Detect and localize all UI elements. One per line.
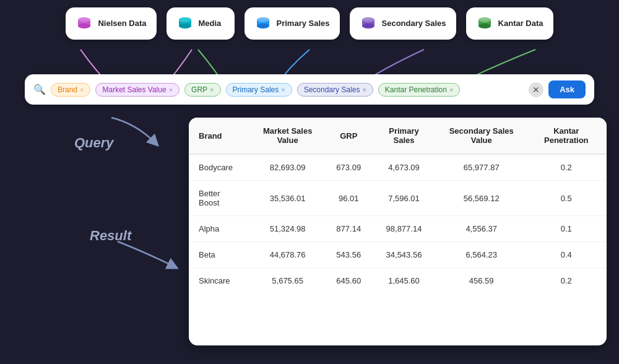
svg-point-11 bbox=[257, 17, 269, 22]
ask-button[interactable]: Ask bbox=[548, 80, 586, 98]
clear-search-button[interactable]: ✕ bbox=[529, 82, 543, 97]
table-cell: 35,536.01 bbox=[249, 181, 326, 216]
svg-point-15 bbox=[362, 17, 374, 22]
secondary-sales-icon bbox=[360, 15, 377, 32]
secondary-sales-label: Secondary Sales bbox=[382, 19, 446, 28]
svg-point-2 bbox=[78, 24, 90, 28]
tag-kantar-remove[interactable]: × bbox=[449, 86, 453, 93]
svg-point-7 bbox=[179, 17, 191, 22]
svg-point-3 bbox=[78, 17, 90, 22]
table-cell: 543.56 bbox=[326, 242, 371, 268]
tag-primary-sales[interactable]: Primary Sales × bbox=[226, 83, 292, 97]
datasource-cards: Nielsen Data Media Primary Sales Seconda… bbox=[0, 7, 619, 40]
table-cell: Better Boost bbox=[189, 181, 249, 216]
primary-sales-icon bbox=[254, 15, 272, 32]
tag-primary-remove[interactable]: × bbox=[281, 86, 285, 93]
tag-grp-remove[interactable]: × bbox=[210, 86, 214, 93]
table-cell: 44,678.76 bbox=[249, 242, 326, 268]
col-brand: Brand bbox=[189, 118, 249, 154]
nielsen-icon bbox=[76, 15, 93, 32]
svg-point-18 bbox=[478, 24, 491, 28]
table-row: Better Boost35,536.0196.017,596.0156,569… bbox=[189, 181, 607, 216]
table-cell: 0.1 bbox=[526, 216, 607, 242]
tag-secondary-sales[interactable]: Secondary Sales × bbox=[297, 83, 373, 97]
table-cell: 82,693.09 bbox=[249, 154, 326, 181]
table-cell: 673.09 bbox=[326, 154, 371, 181]
ds-card-primary[interactable]: Primary Sales bbox=[245, 7, 340, 40]
table-cell: 0.5 bbox=[526, 181, 607, 216]
primary-sales-label: Primary Sales bbox=[277, 19, 330, 28]
table-cell: 7,596.01 bbox=[371, 181, 437, 216]
table-cell: 34,543.56 bbox=[371, 242, 437, 268]
ds-card-media[interactable]: Media bbox=[167, 7, 235, 40]
table-cell: Bodycare bbox=[189, 154, 249, 181]
table-cell: 645.60 bbox=[326, 268, 371, 294]
table-cell: 6,564.23 bbox=[437, 242, 526, 268]
tag-market-sales[interactable]: Market Sales Value × bbox=[95, 83, 180, 97]
ds-card-nielsen[interactable]: Nielsen Data bbox=[66, 7, 156, 40]
table-cell: 1,645.60 bbox=[371, 268, 437, 294]
table-cell: Alpha bbox=[189, 216, 249, 242]
tag-secondary-remove[interactable]: × bbox=[362, 86, 366, 93]
tag-brand-remove[interactable]: × bbox=[80, 86, 84, 93]
search-icon: 🔍 bbox=[33, 84, 46, 95]
table-cell: 96.01 bbox=[326, 181, 371, 216]
tag-market-remove[interactable]: × bbox=[169, 86, 173, 93]
table-cell: 65,977.87 bbox=[437, 154, 526, 181]
table-cell: Skincare bbox=[189, 268, 249, 294]
table-cell: Beta bbox=[189, 242, 249, 268]
ds-card-kantar[interactable]: Kantar Data bbox=[466, 7, 553, 40]
col-secondary-sales: Secondary Sales Value bbox=[437, 118, 526, 154]
kantar-label: Kantar Data bbox=[498, 19, 543, 28]
data-table: Brand Market Sales Value GRP Primary Sal… bbox=[189, 118, 607, 293]
table-cell: 0.2 bbox=[526, 268, 607, 294]
data-table-container: Brand Market Sales Value GRP Primary Sal… bbox=[189, 118, 607, 345]
table-cell: 0.2 bbox=[526, 154, 607, 181]
table-header-row: Brand Market Sales Value GRP Primary Sal… bbox=[189, 118, 607, 154]
svg-point-14 bbox=[362, 24, 374, 28]
table-cell: 4,673.09 bbox=[371, 154, 437, 181]
nielsen-label: Nielsen Data bbox=[98, 19, 146, 28]
svg-point-6 bbox=[179, 24, 191, 28]
col-primary-sales: Primary Sales bbox=[371, 118, 437, 154]
media-label: Media bbox=[199, 19, 222, 28]
table-cell: 4,556.37 bbox=[437, 216, 526, 242]
table-cell: 98,877.14 bbox=[371, 216, 437, 242]
tag-kantar-penetration[interactable]: Kantar Penetration × bbox=[378, 83, 461, 97]
search-bar[interactable]: 🔍 Brand × Market Sales Value × GRP × Pri… bbox=[25, 74, 594, 105]
svg-point-10 bbox=[257, 24, 269, 28]
col-grp: GRP bbox=[326, 118, 371, 154]
tag-brand[interactable]: Brand × bbox=[51, 83, 90, 97]
table-row: Bodycare82,693.09673.094,673.0965,977.87… bbox=[189, 154, 607, 181]
svg-point-19 bbox=[478, 17, 491, 22]
table-cell: 5,675.65 bbox=[249, 268, 326, 294]
kantar-icon bbox=[476, 15, 493, 32]
table-row: Skincare5,675.65645.601,645.60456.590.2 bbox=[189, 268, 607, 294]
table-cell: 56,569.12 bbox=[437, 181, 526, 216]
table-row: Beta44,678.76543.5634,543.566,564.230.4 bbox=[189, 242, 607, 268]
tag-grp[interactable]: GRP × bbox=[184, 83, 220, 97]
col-kantar: Kantar Penetration bbox=[526, 118, 607, 154]
media-icon bbox=[176, 15, 194, 32]
table-cell: 51,324.98 bbox=[249, 216, 326, 242]
table-row: Alpha51,324.98877.1498,877.144,556.370.1 bbox=[189, 216, 607, 242]
ds-card-secondary[interactable]: Secondary Sales bbox=[350, 7, 456, 40]
col-market-sales: Market Sales Value bbox=[249, 118, 326, 154]
table-cell: 877.14 bbox=[326, 216, 371, 242]
table-cell: 456.59 bbox=[437, 268, 526, 294]
table-cell: 0.4 bbox=[526, 242, 607, 268]
query-label: Query bbox=[74, 135, 114, 151]
result-label: Result bbox=[90, 228, 131, 244]
